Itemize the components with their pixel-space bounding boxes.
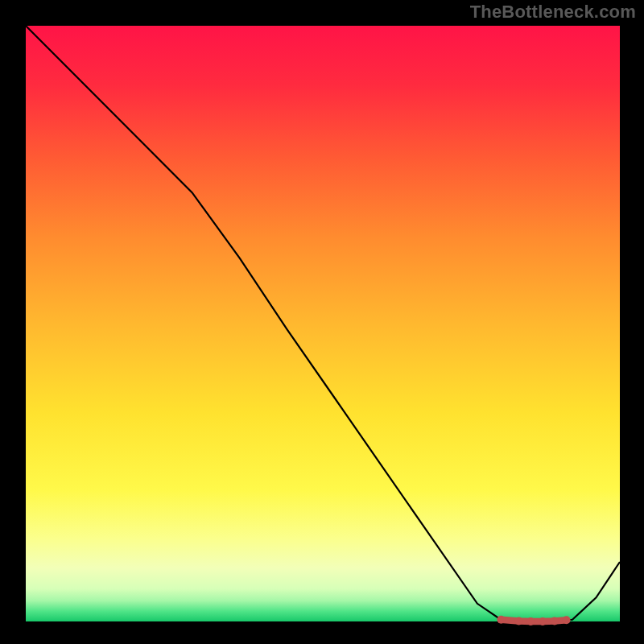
valley-dot	[563, 616, 571, 624]
valley-dot	[526, 617, 535, 625]
valley-dot	[539, 617, 547, 625]
chart-frame: TheBottleneck.com	[0, 0, 644, 644]
watermark-text: TheBottleneck.com	[470, 2, 636, 23]
valley-dot	[497, 616, 505, 624]
valley-dot	[551, 617, 559, 625]
bottleneck-chart	[0, 0, 644, 644]
valley-dot	[515, 617, 523, 625]
